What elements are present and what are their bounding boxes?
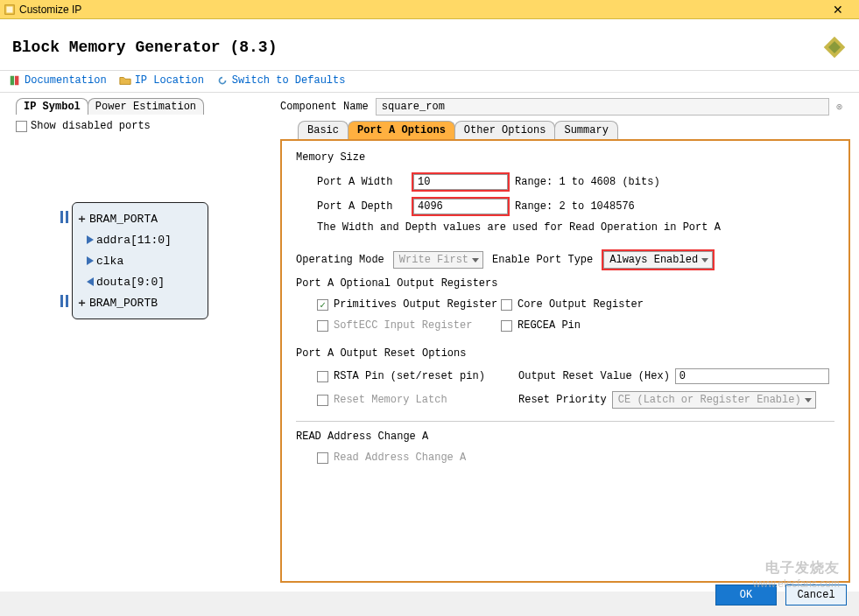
ok-button[interactable]: OK xyxy=(715,584,777,606)
chevron-down-icon xyxy=(805,398,812,402)
reset-priority-select: CE (Latch or Register Enable) xyxy=(612,391,816,409)
rsta-pin-checkbox[interactable] xyxy=(317,371,328,382)
chevron-down-icon xyxy=(701,258,708,262)
output-reset-options-title: Port A Output Reset Options xyxy=(296,347,834,360)
reset-priority-label: Reset Priority xyxy=(518,394,607,406)
window-titlebar: Customize IP ✕ xyxy=(0,0,859,19)
xilinx-logo-icon xyxy=(822,35,847,60)
page-title: Block Memory Generator (8.3) xyxy=(12,38,822,56)
right-panel: Component Name ⊗ Basic Port A Options Ot… xyxy=(271,93,859,592)
chevron-down-icon xyxy=(472,258,479,262)
cancel-button[interactable]: Cancel xyxy=(785,584,847,606)
main: IP Symbol Power Estimation Show disabled… xyxy=(0,93,859,592)
book-icon xyxy=(9,74,21,87)
footer-buttons: OK Cancel xyxy=(715,584,847,606)
memory-size-title: Memory Size xyxy=(296,151,834,164)
app-icon xyxy=(4,4,16,16)
tab-summary[interactable]: Summary xyxy=(554,121,617,139)
left-panel: IP Symbol Power Estimation Show disabled… xyxy=(0,93,271,592)
refresh-icon xyxy=(216,74,229,87)
core-output-register-checkbox[interactable] xyxy=(501,299,512,311)
ip-symbol-diagram: ＋BRAM_PORTA addra[11:0] clka douta[9:0] … xyxy=(72,202,208,319)
config-tabs: Basic Port A Options Other Options Summa… xyxy=(298,121,850,139)
svg-rect-5 xyxy=(15,76,18,86)
close-button[interactable]: ✕ xyxy=(820,0,855,19)
tab-other-options[interactable]: Other Options xyxy=(454,121,556,139)
read-address-change-title: READ Address Change A xyxy=(296,430,834,443)
port-a-width-range: Range: 1 to 4608 (bits) xyxy=(515,176,660,188)
svg-rect-4 xyxy=(11,76,14,86)
switch-defaults-link[interactable]: Switch to Defaults xyxy=(216,74,346,87)
toolbar: Documentation IP Location Switch to Defa… xyxy=(0,71,859,93)
left-tabs: IP Symbol Power Estimation xyxy=(16,98,264,115)
clear-icon[interactable]: ⊗ xyxy=(836,101,850,114)
tab-power-estimation[interactable]: Power Estimation xyxy=(88,98,204,115)
primitives-output-register-checkbox[interactable] xyxy=(317,299,328,311)
port-a-width-label: Port A Width xyxy=(317,176,412,188)
port-a-depth-input[interactable] xyxy=(413,199,508,214)
enable-port-type-select[interactable]: Always Enabled xyxy=(603,251,713,269)
output-reset-value-label: Output Reset Value (Hex) xyxy=(518,370,670,382)
documentation-link[interactable]: Documentation xyxy=(9,74,107,87)
port-a-depth-label: Port A Depth xyxy=(317,200,412,213)
tab-ip-symbol[interactable]: IP Symbol xyxy=(16,98,88,115)
component-name-input[interactable] xyxy=(376,98,829,116)
svg-rect-1 xyxy=(7,6,13,12)
window-title: Customize IP xyxy=(19,4,820,16)
enable-port-type-label: Enable Port Type xyxy=(492,254,593,266)
optional-output-registers-title: Port A Optional Output Registers xyxy=(296,277,834,290)
component-name-label: Component Name xyxy=(280,101,369,113)
read-address-change-checkbox xyxy=(317,452,328,464)
operating-mode-label: Operating Mode xyxy=(296,254,384,266)
show-disabled-ports-checkbox[interactable] xyxy=(16,121,27,132)
softecc-input-register-checkbox xyxy=(317,320,328,332)
folder-icon xyxy=(119,74,131,87)
show-disabled-ports-label: Show disabled ports xyxy=(31,120,151,132)
port-a-width-input[interactable] xyxy=(413,174,508,190)
config-body: Memory Size Port A Width Range: 1 to 460… xyxy=(280,139,850,583)
regcea-pin-checkbox[interactable] xyxy=(501,320,512,332)
tab-port-a-options[interactable]: Port A Options xyxy=(348,121,455,139)
ip-location-link[interactable]: IP Location xyxy=(119,74,204,87)
header: Block Memory Generator (8.3) xyxy=(0,19,859,71)
tab-basic[interactable]: Basic xyxy=(298,121,349,139)
reset-memory-latch-checkbox xyxy=(317,395,328,406)
output-reset-value-input[interactable] xyxy=(675,368,829,384)
memory-size-note: The Width and Depth values are used for … xyxy=(296,221,834,234)
operating-mode-select: Write First xyxy=(393,251,483,269)
port-a-depth-range: Range: 2 to 1048576 xyxy=(515,200,635,213)
